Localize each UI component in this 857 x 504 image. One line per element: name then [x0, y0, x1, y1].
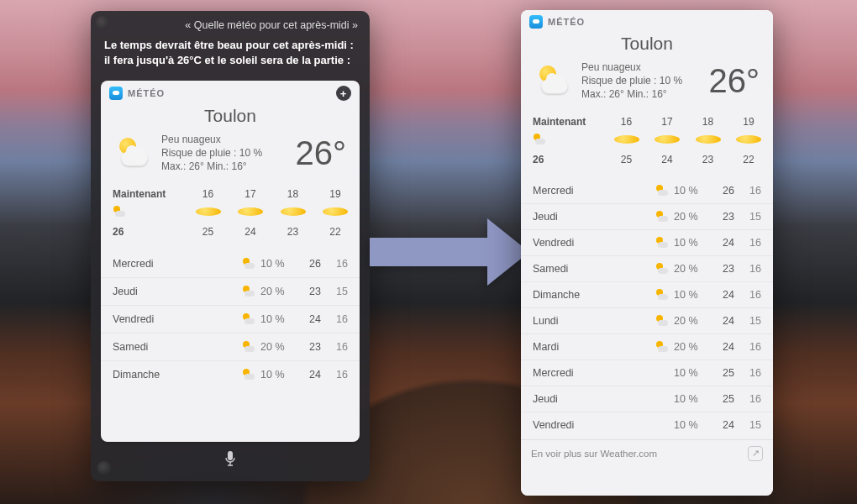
current-summary: Peu nuageux Risque de pluie : 10 % Max.:… [101, 133, 360, 181]
sun-icon [654, 392, 670, 406]
hour-label: 19 [736, 116, 761, 128]
current-temp: 26° [296, 134, 347, 172]
temp-low: 16 [734, 263, 761, 275]
hour-temp: 25 [614, 154, 639, 165]
temp-high: 26 [707, 185, 734, 197]
partly-cloudy-icon [654, 314, 670, 328]
sun-icon [614, 133, 639, 149]
current-summary: Peu nuageux Risque de pluie : 10 % Max.:… [521, 60, 773, 108]
notification-center-weather-widget: MÉTÉO Toulon Peu nuageux Risque de pluie… [521, 10, 773, 496]
svg-rect-0 [228, 451, 233, 460]
day-name: Mercredi [533, 185, 654, 197]
temp-high: 24 [294, 313, 321, 325]
temp-high: 26 [294, 258, 321, 270]
condition-text: Peu nuageux [161, 133, 286, 146]
hour-temp: 26 [533, 154, 598, 165]
hour-label: Maintenant [113, 188, 178, 200]
hour-temp: 23 [696, 154, 721, 165]
temp-low: 16 [734, 289, 761, 301]
day-name: Jeudi [533, 393, 654, 405]
partly-cloudy-icon [654, 210, 670, 223]
hour-temp: 24 [238, 226, 263, 238]
rain-chance: 10 % [670, 237, 707, 249]
temp-low: 15 [734, 419, 761, 431]
temp-high: 23 [294, 286, 321, 297]
siri-weather-card: MÉTÉO + Toulon Peu nuageux Risque de plu… [101, 81, 360, 442]
daily-row: Samedi20 %2316 [521, 255, 773, 281]
hourly-temps-row: 2625242322 [533, 151, 761, 168]
footer-link[interactable]: En voir plus sur Weather.com [531, 449, 657, 459]
temp-high: 24 [707, 315, 734, 327]
daily-row: Lundi20 %2415 [521, 307, 773, 333]
temp-range-text: Max.: 26° Min.: 16° [161, 160, 286, 173]
widget-footer: En voir plus sur Weather.com ↗ [521, 439, 773, 467]
day-name: Vendredi [533, 419, 654, 431]
rain-chance: 10 % [670, 289, 707, 301]
daily-row: Vendredi10 %2415 [521, 412, 773, 438]
rain-chance: 10 % [670, 367, 707, 379]
hour-label: 17 [655, 116, 680, 128]
weather-app-label: MÉTÉO [128, 88, 165, 98]
day-name: Lundi [533, 315, 654, 327]
day-name: Dimanche [533, 289, 654, 301]
hour-label: 19 [323, 188, 348, 200]
hour-label: 16 [196, 188, 221, 200]
siri-query: Quelle météo pour cet après-midi [91, 11, 370, 34]
partly-cloudy-icon [240, 368, 257, 381]
siri-panel: Quelle météo pour cet après-midi Le temp… [91, 11, 370, 481]
hour-temp: 22 [736, 154, 761, 165]
add-to-widget-button[interactable]: + [336, 86, 351, 101]
daily-row: Jeudi20 %2315 [101, 277, 360, 305]
daily-forecast-list: Mercredi10 %2616Jeudi20 %2315Vendredi10 … [101, 249, 360, 390]
partly-cloudy-icon [654, 184, 670, 197]
hour-label: Maintenant [533, 116, 598, 128]
hourly-temps-row: 2625242322 [113, 223, 348, 240]
hour-temp: 26 [113, 226, 178, 238]
hour-temp: 25 [196, 226, 221, 238]
temp-low: 16 [734, 367, 761, 379]
open-external-icon[interactable]: ↗ [748, 446, 763, 461]
partly-cloudy-icon [113, 205, 178, 221]
hourly-icons-row [533, 130, 761, 151]
day-name: Dimanche [113, 369, 240, 381]
siri-reply-text: Le temps devrait être beau pour cet aprè… [91, 34, 370, 76]
sun-icon [736, 133, 761, 149]
daily-forecast-list: Mercredi10 %2616Jeudi20 %2315Vendredi10 … [521, 176, 773, 439]
rain-chance: 10 % [670, 393, 707, 405]
daily-row: Mercredi10 %2616 [101, 250, 360, 277]
temp-low: 16 [321, 313, 348, 325]
hour-label: 18 [696, 116, 721, 128]
microphone-icon [223, 450, 237, 470]
city-name: Toulon [521, 30, 773, 60]
temp-low: 15 [734, 315, 761, 327]
current-temp: 26° [709, 62, 760, 100]
hour-label: 16 [614, 116, 639, 128]
sun-icon [323, 205, 348, 221]
partly-cloudy-icon [240, 340, 257, 354]
siri-mic-button[interactable] [91, 446, 370, 475]
temp-high: 24 [294, 369, 321, 381]
condition-text: Peu nuageux [581, 60, 699, 74]
partly-cloudy-icon [114, 134, 151, 171]
sun-icon [696, 133, 721, 149]
daily-row: Dimanche10 %2416 [101, 360, 360, 388]
rain-chance: 20 % [257, 341, 294, 353]
hourly-forecast: Maintenant16171819 2625242322 [101, 181, 360, 249]
weather-app-icon [109, 87, 123, 100]
hour-label: 18 [281, 188, 306, 200]
widget-weather-card: MÉTÉO Toulon Peu nuageux Risque de pluie… [521, 10, 773, 496]
daily-row: Mardi20 %2416 [521, 333, 773, 360]
rain-chance: 10 % [670, 419, 707, 431]
sun-icon [196, 205, 221, 221]
daily-row: Mercredi10 %2616 [521, 178, 773, 203]
day-name: Mercredi [533, 367, 654, 379]
daily-row: Samedi20 %2316 [101, 333, 360, 360]
temp-high: 24 [707, 341, 734, 353]
rain-chance: 10 % [257, 258, 294, 270]
daily-row: Jeudi10 %2516 [521, 386, 773, 412]
condition-text-block: Peu nuageux Risque de pluie : 10 % Max.:… [161, 133, 286, 174]
siri-window-orb [96, 16, 109, 29]
rain-chance: 20 % [670, 315, 707, 327]
temp-low: 16 [734, 237, 761, 249]
temp-high: 23 [707, 263, 734, 275]
